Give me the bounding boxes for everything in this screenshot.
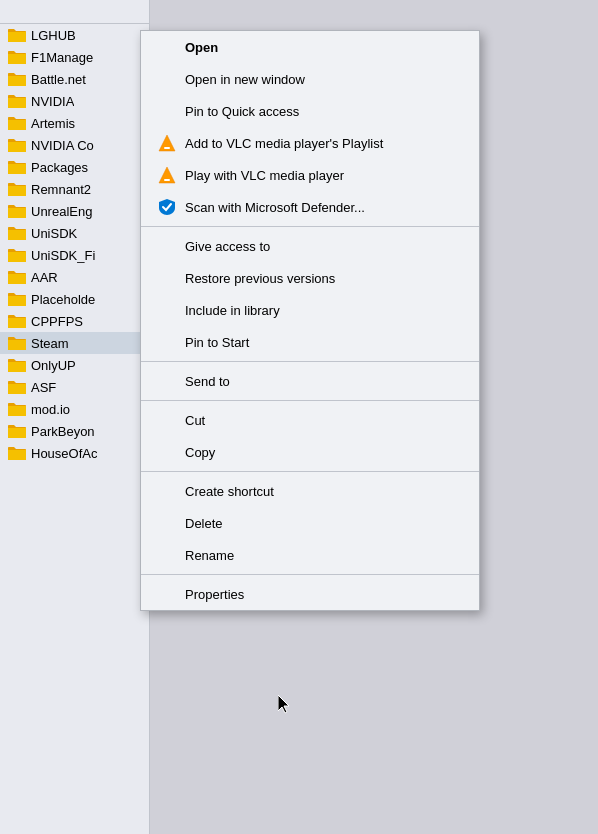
menu-label-delete: Delete	[185, 516, 223, 531]
context-menu-item-pin-start[interactable]: Pin to Start	[141, 326, 479, 358]
menu-label-play-vlc: Play with VLC media player	[185, 168, 344, 183]
folder-item[interactable]: HouseOfAc	[0, 442, 149, 464]
folder-name: Steam	[31, 336, 69, 351]
folder-name: Remnant2	[31, 182, 91, 197]
folder-icon	[8, 93, 26, 109]
context-menu-item-scan-defender[interactable]: Scan with Microsoft Defender...	[141, 191, 479, 223]
folder-item[interactable]: AAR	[0, 266, 149, 288]
folder-name: ParkBeyon	[31, 424, 95, 439]
folder-icon	[8, 203, 26, 219]
menu-label-open-new-window: Open in new window	[185, 72, 305, 87]
no-icon	[157, 101, 177, 121]
menu-label-add-vlc-playlist: Add to VLC media player's Playlist	[185, 136, 383, 151]
context-menu-item-copy[interactable]: Copy	[141, 436, 479, 468]
folder-item[interactable]: Packages	[0, 156, 149, 178]
context-menu-item-give-access[interactable]: Give access to	[141, 230, 479, 262]
context-menu-item-properties[interactable]: Properties	[141, 578, 479, 610]
context-menu-item-send-to[interactable]: Send to	[141, 365, 479, 397]
menu-label-create-shortcut: Create shortcut	[185, 484, 274, 499]
folder-name: HouseOfAc	[31, 446, 97, 461]
context-menu-item-cut[interactable]: Cut	[141, 404, 479, 436]
folder-icon	[8, 423, 26, 439]
folder-icon	[8, 247, 26, 263]
menu-label-send-to: Send to	[185, 374, 230, 389]
folder-item[interactable]: Artemis	[0, 112, 149, 134]
folder-icon	[8, 71, 26, 87]
menu-label-rename: Rename	[185, 548, 234, 563]
folder-name: ASF	[31, 380, 56, 395]
folder-list: LGHUB F1Manage Battle.net NVIDIA Artemis…	[0, 24, 149, 464]
folder-name: mod.io	[31, 402, 70, 417]
no-icon	[157, 236, 177, 256]
no-icon	[157, 37, 177, 57]
folder-name: Packages	[31, 160, 88, 175]
folder-icon	[8, 335, 26, 351]
context-menu-separator	[141, 226, 479, 227]
folder-name: F1Manage	[31, 50, 93, 65]
folder-icon	[8, 313, 26, 329]
context-menu-item-delete[interactable]: Delete	[141, 507, 479, 539]
folder-icon	[8, 181, 26, 197]
file-explorer-panel: LGHUB F1Manage Battle.net NVIDIA Artemis…	[0, 0, 150, 834]
menu-label-scan-defender: Scan with Microsoft Defender...	[185, 200, 365, 215]
folder-item[interactable]: UniSDK_Fi	[0, 244, 149, 266]
folder-icon	[8, 49, 26, 65]
folder-item[interactable]: UniSDK	[0, 222, 149, 244]
folder-item[interactable]: ParkBeyon	[0, 420, 149, 442]
folder-icon	[8, 137, 26, 153]
explorer-header	[0, 0, 149, 24]
context-menu-item-create-shortcut[interactable]: Create shortcut	[141, 475, 479, 507]
folder-name: UniSDK_Fi	[31, 248, 95, 263]
no-icon	[157, 300, 177, 320]
folder-item[interactable]: NVIDIA	[0, 90, 149, 112]
folder-item[interactable]: Steam	[0, 332, 149, 354]
folder-icon	[8, 115, 26, 131]
context-menu-item-play-vlc[interactable]: Play with VLC media player	[141, 159, 479, 191]
folder-item[interactable]: OnlyUP	[0, 354, 149, 376]
context-menu-separator	[141, 574, 479, 575]
context-menu-item-add-vlc-playlist[interactable]: Add to VLC media player's Playlist	[141, 127, 479, 159]
no-icon	[157, 442, 177, 462]
context-menu-separator	[141, 400, 479, 401]
context-menu-separator	[141, 471, 479, 472]
context-menu-item-restore-versions[interactable]: Restore previous versions	[141, 262, 479, 294]
folder-icon	[8, 225, 26, 241]
folder-item[interactable]: F1Manage	[0, 46, 149, 68]
folder-item[interactable]: NVIDIA Co	[0, 134, 149, 156]
folder-name: Artemis	[31, 116, 75, 131]
menu-label-open: Open	[185, 40, 218, 55]
folder-name: CPPFPS	[31, 314, 83, 329]
folder-item[interactable]: CPPFPS	[0, 310, 149, 332]
folder-icon	[8, 159, 26, 175]
defender-icon	[157, 197, 177, 217]
context-menu: OpenOpen in new windowPin to Quick acces…	[140, 30, 480, 611]
context-menu-item-include-library[interactable]: Include in library	[141, 294, 479, 326]
folder-item[interactable]: Placeholde	[0, 288, 149, 310]
folder-name: AAR	[31, 270, 58, 285]
context-menu-item-open-new-window[interactable]: Open in new window	[141, 63, 479, 95]
context-menu-item-rename[interactable]: Rename	[141, 539, 479, 571]
context-menu-item-pin-quick-access[interactable]: Pin to Quick access	[141, 95, 479, 127]
folder-item[interactable]: LGHUB	[0, 24, 149, 46]
folder-icon	[8, 357, 26, 373]
folder-name: NVIDIA Co	[31, 138, 94, 153]
context-menu-item-open[interactable]: Open	[141, 31, 479, 63]
folder-icon	[8, 269, 26, 285]
folder-item[interactable]: Battle.net	[0, 68, 149, 90]
menu-label-properties: Properties	[185, 587, 244, 602]
menu-label-copy: Copy	[185, 445, 215, 460]
folder-item[interactable]: ASF	[0, 376, 149, 398]
folder-item[interactable]: Remnant2	[0, 178, 149, 200]
menu-label-cut: Cut	[185, 413, 205, 428]
svg-rect-3	[164, 179, 170, 181]
no-icon	[157, 332, 177, 352]
folder-icon	[8, 401, 26, 417]
no-icon	[157, 545, 177, 565]
vlc-icon	[157, 133, 177, 153]
no-icon	[157, 268, 177, 288]
no-icon	[157, 481, 177, 501]
svg-rect-1	[164, 147, 170, 149]
folder-item[interactable]: UnrealEng	[0, 200, 149, 222]
folder-item[interactable]: mod.io	[0, 398, 149, 420]
no-icon	[157, 410, 177, 430]
